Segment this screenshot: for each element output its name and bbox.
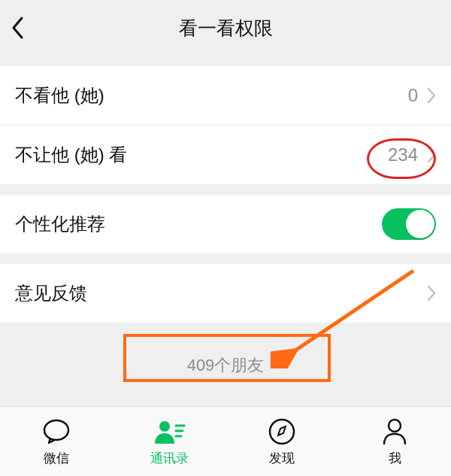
tab-bar: 微信 通讯录 发现 我 xyxy=(0,406,451,476)
cell-right xyxy=(382,208,436,240)
cell-feedback[interactable]: 意见反馈 xyxy=(0,264,451,323)
tab-label: 通讯录 xyxy=(150,450,189,467)
person-icon xyxy=(382,417,407,447)
cell-personalized: 个性化推荐 xyxy=(0,195,451,253)
toggle-personalized[interactable] xyxy=(382,208,436,240)
chevron-right-icon xyxy=(427,147,436,163)
cell-hide-from-them[interactable]: 不让他 (她) 看 234 xyxy=(0,125,451,184)
back-button[interactable] xyxy=(11,0,48,56)
toggle-knob xyxy=(406,210,434,238)
svg-marker-6 xyxy=(278,426,286,435)
chevron-left-icon xyxy=(11,16,26,40)
compass-icon xyxy=(268,417,296,447)
cell-label: 不看他 (她) xyxy=(15,83,104,108)
recommend-group: 个性化推荐 xyxy=(0,195,451,253)
chat-bubble-icon xyxy=(41,417,71,447)
tab-contacts[interactable]: 通讯录 xyxy=(113,407,226,476)
cell-right: 0 xyxy=(408,85,436,106)
tab-label: 微信 xyxy=(44,450,69,467)
cell-label: 不让他 (她) 看 xyxy=(15,143,127,167)
cell-right: 234 xyxy=(388,144,436,165)
tab-chats[interactable]: 微信 xyxy=(0,407,113,476)
tab-label: 我 xyxy=(389,450,401,467)
cell-hide-from-me[interactable]: 不看他 (她) 0 xyxy=(0,66,451,125)
privacy-group: 不看他 (她) 0 不让他 (她) 看 234 xyxy=(0,66,451,184)
svg-point-1 xyxy=(159,421,170,432)
tab-label: 发现 xyxy=(269,450,295,467)
cell-value: 0 xyxy=(408,85,418,106)
feedback-group: 意见反馈 xyxy=(0,264,451,323)
svg-point-7 xyxy=(389,420,401,432)
cell-label: 意见反馈 xyxy=(15,281,87,305)
contacts-icon xyxy=(153,417,186,447)
chevron-right-icon xyxy=(427,87,436,104)
header-bar: 看一看权限 xyxy=(0,0,451,56)
tab-me[interactable]: 我 xyxy=(338,407,451,476)
cell-right xyxy=(427,285,436,302)
page-title: 看一看权限 xyxy=(179,16,273,41)
svg-point-0 xyxy=(44,420,68,440)
tab-discover[interactable]: 发现 xyxy=(226,407,338,476)
cell-label: 个性化推荐 xyxy=(15,212,105,236)
svg-point-5 xyxy=(270,420,294,444)
cell-value: 234 xyxy=(388,144,418,165)
friend-count-text: 409个朋友 xyxy=(0,323,451,407)
chevron-right-icon xyxy=(427,285,436,302)
